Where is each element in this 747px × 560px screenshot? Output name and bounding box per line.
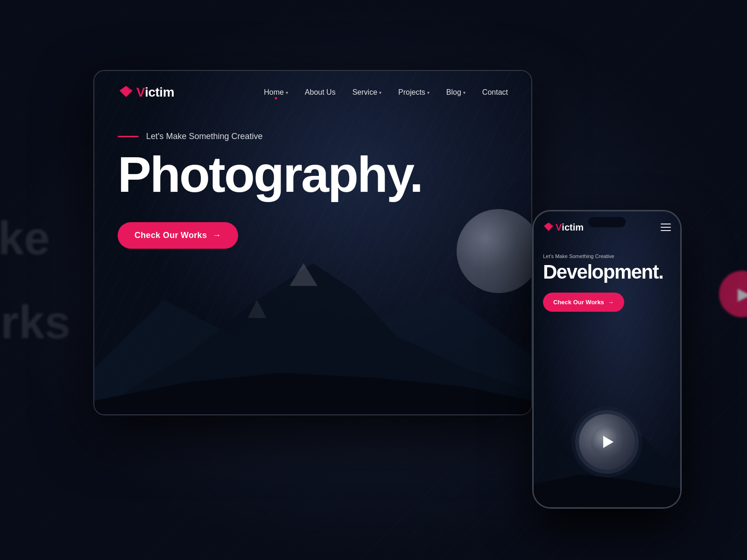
tablet-logo[interactable]: Victim <box>118 84 174 101</box>
mobile-logo-text: Victim <box>556 222 584 233</box>
hamburger-line-2 <box>661 227 671 228</box>
tablet-nav-links: Home ▾ About Us Service ▾ Projects ▾ Blo… <box>264 88 508 97</box>
tablet-cta-button[interactable]: Check Our Works → <box>118 222 238 249</box>
devices-container: Victim Home ▾ About Us Service ▾ Project… <box>93 70 654 490</box>
tablet-tagline-row: Let's Make Something Creative <box>118 132 508 141</box>
tablet-hero-title: Photography. <box>118 151 508 199</box>
nav-link-projects[interactable]: Projects ▾ <box>398 88 430 97</box>
mobile-cta-label: Check Our Works <box>553 299 604 306</box>
nav-link-contact[interactable]: Contact <box>482 88 508 97</box>
svg-marker-11 <box>544 223 553 231</box>
play-button-outer[interactable] <box>579 414 635 470</box>
blog-chevron-icon: ▾ <box>463 90 465 95</box>
left-blur-text-works: orks <box>0 299 70 345</box>
mobile-logo-icon <box>543 222 554 233</box>
right-blur-play <box>719 271 747 317</box>
tagline-dash <box>118 136 139 137</box>
mobile-cta-arrow-icon: → <box>608 299 614 306</box>
hamburger-line-1 <box>661 224 671 224</box>
tablet-logo-text: Victim <box>136 85 174 100</box>
mobile-navbar: Victim <box>534 211 680 243</box>
play-button-inner[interactable] <box>591 426 623 458</box>
tablet-mockup: Victim Home ▾ About Us Service ▾ Project… <box>93 70 532 415</box>
mobile-logo-v: V <box>556 222 562 232</box>
tablet-cta-label: Check Our Works <box>134 231 207 240</box>
nav-link-home[interactable]: Home ▾ <box>264 88 288 97</box>
nav-link-about[interactable]: About Us <box>305 88 336 97</box>
mobile-cta-button[interactable]: Check Our Works → <box>543 293 624 312</box>
mobile-hero-title: Development. <box>543 263 671 281</box>
right-play-icon <box>719 271 747 317</box>
tablet-tagline-text: Let's Make Something Creative <box>146 132 263 141</box>
service-chevron-icon: ▾ <box>379 90 381 95</box>
tablet-cta-arrow-icon: → <box>212 231 221 240</box>
play-icon <box>603 436 613 448</box>
nav-link-service[interactable]: Service ▾ <box>352 88 381 97</box>
left-blur-overlay: ake orks <box>0 215 70 345</box>
mobile-notch <box>588 217 626 227</box>
mobile-mockup: Victim Let's Make Something Creative Dev… <box>532 210 682 509</box>
projects-chevron-icon: ▾ <box>427 90 430 95</box>
mobile-play-area <box>579 414 635 470</box>
tablet-navbar: Victim Home ▾ About Us Service ▾ Project… <box>94 71 531 114</box>
left-blur-text-make: ake <box>0 215 70 261</box>
home-chevron-icon: ▾ <box>286 90 288 95</box>
mobile-tagline-text: Let's Make Something Creative <box>543 253 671 259</box>
nav-link-blog[interactable]: Blog ▾ <box>446 88 465 97</box>
tablet-hero-content: Let's Make Something Creative Photograph… <box>118 132 508 249</box>
tablet-logo-icon <box>118 84 134 101</box>
mobile-logo[interactable]: Victim <box>543 222 584 233</box>
mobile-hero-content: Let's Make Something Creative Developmen… <box>543 253 671 312</box>
hamburger-menu-button[interactable] <box>661 224 671 231</box>
logo-v: V <box>136 85 145 99</box>
hamburger-line-3 <box>661 230 671 231</box>
